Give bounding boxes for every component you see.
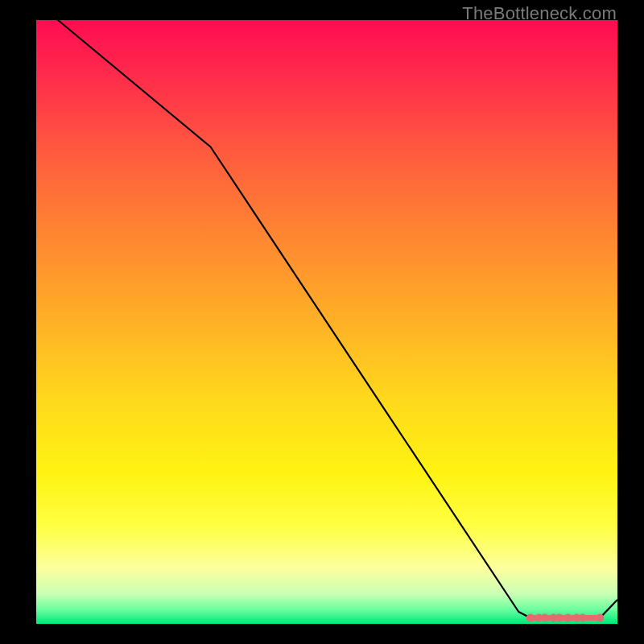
chart-frame: TheBottleneck.com <box>0 0 644 644</box>
marker-point <box>541 614 549 622</box>
marker-point <box>526 614 535 622</box>
watermark-text: TheBottleneck.com <box>462 3 617 24</box>
chart-overlay <box>36 20 617 624</box>
line-series <box>36 2 617 618</box>
marker-series <box>526 614 605 622</box>
marker-point <box>579 614 587 622</box>
bottleneck-curve <box>36 2 617 618</box>
marker-point <box>596 614 604 622</box>
marker-point <box>555 614 564 622</box>
marker-point <box>564 614 572 622</box>
